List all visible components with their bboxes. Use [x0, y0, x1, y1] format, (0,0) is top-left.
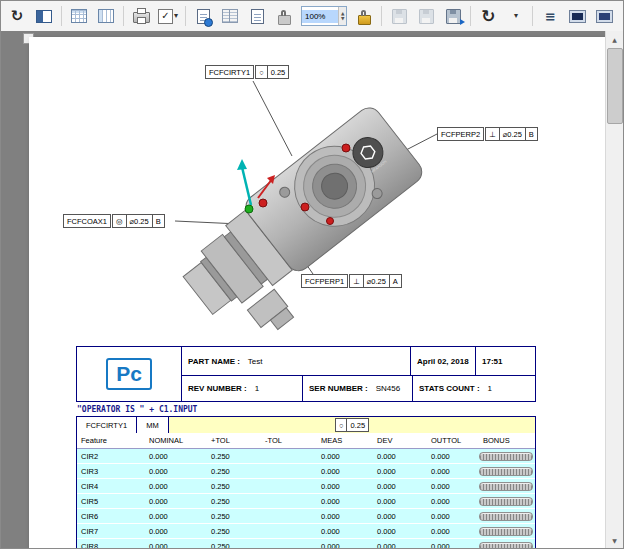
- table-cell: [261, 539, 317, 548]
- fcf-frame: ◎ ⌀0.25 B: [112, 214, 165, 228]
- circularity-symbol: ○: [336, 419, 347, 431]
- export-report-button[interactable]: [440, 3, 466, 29]
- report-window-icon: [569, 10, 586, 23]
- header-row-1: PART NAME : Test April 02, 2018 17:51: [182, 347, 535, 376]
- doc-lines: [254, 12, 261, 21]
- operator-comment-line: "OPERATOR IS " + C1.INPUT: [77, 405, 536, 414]
- report-filter-button[interactable]: [618, 3, 624, 29]
- callout-fcfcirty1[interactable]: FCFCIRTY1 ○ 0.25: [205, 65, 289, 79]
- perpendicularity-symbol: ⊥: [486, 128, 499, 140]
- show-cad-window-button[interactable]: [591, 3, 617, 29]
- cad-view: HEXAGON FCFCIRTY1: [29, 37, 605, 337]
- feature-table: FCFCIRTY1 MM ○ 0.25 FeatureNOMINAL+TOL-T…: [76, 416, 536, 548]
- approve-report-button[interactable]: ✓ ▾: [155, 3, 181, 29]
- cad-report-icon: [251, 9, 264, 24]
- callout-fcfperp1[interactable]: FCFPERP1 ⊥ ⌀0.25 A: [301, 274, 402, 288]
- save-report-button[interactable]: [386, 3, 412, 29]
- table-cell: 0.000: [427, 524, 479, 538]
- table-cell: 0.000: [317, 524, 373, 538]
- table-cell: 0.000: [145, 464, 207, 478]
- table-cell: CIR6: [77, 509, 145, 523]
- scroll-up-button[interactable]: ▲: [606, 31, 623, 47]
- custom-report-icon: [98, 9, 114, 23]
- tolerance-value: 0.25: [346, 419, 368, 431]
- zoom-combobox[interactable]: 100% ▲ ▼: [301, 6, 347, 26]
- rotate-view-button[interactable]: ↻: [4, 3, 30, 29]
- text-columns-button[interactable]: [217, 3, 243, 29]
- table-cell: 0.000: [427, 494, 479, 508]
- table-cell: [261, 449, 317, 463]
- table-cell: 0.000: [373, 539, 427, 548]
- table-cell: [261, 524, 317, 538]
- bonus-cell: [479, 449, 535, 463]
- cad-report-button[interactable]: [244, 3, 270, 29]
- table-cell: 0.250: [207, 479, 261, 493]
- split-view-button[interactable]: [31, 3, 57, 29]
- callout-fcfcoax1[interactable]: FCFCOAX1 ◎ ⌀0.25 B: [63, 214, 165, 228]
- show-report-window-button[interactable]: [564, 3, 590, 29]
- column-header: BONUS: [479, 433, 535, 448]
- table-cell: 0.000: [145, 524, 207, 538]
- callout-fcfperp2[interactable]: FCFPERP2 ⊥ ⌀0.25 B: [437, 127, 538, 141]
- custom-report-button[interactable]: [93, 3, 119, 29]
- save-icon: [392, 9, 407, 24]
- dropdown-arrow-icon: ▾: [174, 12, 178, 20]
- table-cell: [261, 479, 317, 493]
- feature-table-body: CIR20.0000.2500.0000.0000.000CIR30.0000.…: [77, 449, 535, 548]
- report-template-button[interactable]: [66, 3, 92, 29]
- report-list-icon: ≡: [545, 10, 556, 23]
- column-header: DEV: [373, 433, 427, 448]
- spinner-down-icon: ▼: [339, 16, 346, 21]
- toolbar-separator: [185, 6, 186, 26]
- report-list-button[interactable]: ≡: [537, 3, 563, 29]
- column-header: MEAS: [317, 433, 373, 448]
- scroll-down-button[interactable]: ▼: [606, 532, 623, 548]
- datum-reference: B: [152, 215, 164, 227]
- protect-report-button[interactable]: [271, 3, 297, 29]
- table-cell: 0.250: [207, 494, 261, 508]
- vertical-scrollbar[interactable]: ▲ ▼: [605, 31, 623, 548]
- table-cell: CIR7: [77, 524, 145, 538]
- bonus-cell: [479, 524, 535, 538]
- bonus-bar: [479, 512, 533, 521]
- zoom-spinner[interactable]: ▲ ▼: [338, 7, 346, 25]
- ser-number-label: SER NUMBER :: [309, 384, 368, 393]
- callout-label: FCFPERP1: [301, 274, 348, 288]
- table-cell: 0.000: [317, 509, 373, 523]
- rev-number-cell: REV NUMBER : 1: [182, 376, 303, 401]
- bonus-bar: [479, 482, 533, 491]
- part-name-cell: PART NAME : Test: [182, 347, 411, 375]
- edit-report-button[interactable]: [190, 3, 216, 29]
- rev-number-label: REV NUMBER :: [188, 384, 247, 393]
- refresh-report-button[interactable]: ↻: [475, 3, 501, 29]
- fcf-band-frame-area: ○ 0.25: [169, 417, 535, 433]
- datum-reference: A: [389, 275, 401, 287]
- save-report-as-button[interactable]: [413, 3, 439, 29]
- part-name-label: PART NAME :: [188, 357, 240, 366]
- scroll-up-icon: ▲: [612, 36, 617, 43]
- column-header: -TOL: [261, 433, 317, 448]
- table-cell: 0.250: [207, 524, 261, 538]
- fcf-frame: ⊥ ⌀0.25 A: [349, 274, 402, 288]
- refresh-options-button[interactable]: ▾: [502, 3, 528, 29]
- tolerance-value: ⌀0.25: [126, 215, 152, 227]
- print-report-button[interactable]: [128, 3, 154, 29]
- table-cell: 0.000: [427, 509, 479, 523]
- split-window-icon: [36, 10, 52, 23]
- bonus-bar: [479, 452, 533, 461]
- bonus-cell: [479, 479, 535, 493]
- cad-drawing: HEXAGON: [29, 37, 605, 337]
- scrollbar-thumb[interactable]: [607, 48, 623, 124]
- export-icon: [446, 9, 461, 24]
- lock-report-button[interactable]: [351, 3, 377, 29]
- table-cell: CIR2: [77, 449, 145, 463]
- perpendicularity-symbol: ⊥: [350, 275, 363, 287]
- table-cell: 0.250: [207, 449, 261, 463]
- table-cell: [261, 464, 317, 478]
- feature-row: CIR20.0000.2500.0000.0000.000: [77, 449, 535, 463]
- table-cell: 0.000: [317, 464, 373, 478]
- fcf-frame: ○ 0.25: [255, 65, 289, 79]
- table-cell: 0.250: [207, 539, 261, 548]
- concentricity-symbol: ◎: [113, 215, 126, 227]
- pcdmis-logo-text: Pc: [116, 362, 142, 385]
